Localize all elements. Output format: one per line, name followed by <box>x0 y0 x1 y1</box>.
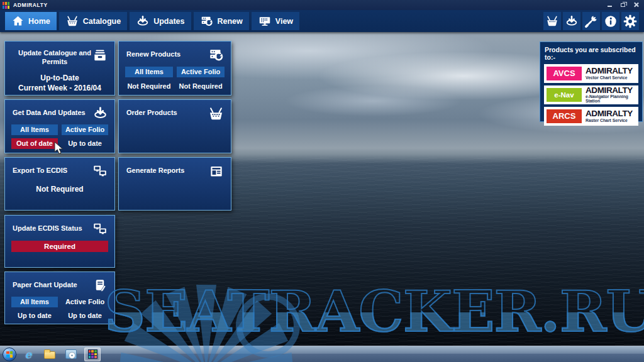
tile-get-data-updates[interactable]: Get Data And Updates All Items Active Fo… <box>4 99 115 153</box>
renew-icon <box>208 47 225 63</box>
report-icon <box>208 163 225 180</box>
avcs-badge: AVCS <box>547 67 582 80</box>
ecdis-monitors-icon <box>92 221 108 238</box>
application-window: ADMIRALTY Home Catalogue <box>0 0 644 362</box>
up-to-date-status: Up to date <box>11 310 58 321</box>
tile-title: Update Catalogue and Permits <box>15 48 94 67</box>
service-name: e-Navigator Planning Station <box>586 95 636 104</box>
title-bar: ADMIRALTY <box>0 0 644 10</box>
tile-renew-products[interactable]: Renew Products All Items Active Folio No… <box>118 41 231 96</box>
taskbar-admiralty-app[interactable] <box>84 348 101 361</box>
service-name: Vector Chart Service <box>586 76 633 80</box>
not-required-status: Not Required <box>177 81 225 92</box>
basket-toolbar-button[interactable] <box>543 12 561 30</box>
status-text: Up-to-Date <box>5 74 114 82</box>
minimize-icon <box>608 6 612 7</box>
nav-tab-renew[interactable]: Renew <box>194 12 249 30</box>
download-icon <box>565 14 579 28</box>
internet-explorer-icon: e <box>25 348 32 361</box>
archive-icon <box>92 47 108 63</box>
not-required-status: Not Required <box>125 81 173 92</box>
settings-toolbar-button[interactable] <box>621 12 639 30</box>
basket-icon <box>65 14 79 28</box>
restore-icon <box>621 3 625 7</box>
nav-tab-updates[interactable]: Updates <box>130 12 191 30</box>
monitor-icon <box>258 14 272 28</box>
out-of-date-button[interactable]: Out of date <box>11 138 58 149</box>
up-to-date-status: Up to date <box>62 310 108 321</box>
taskbar-media-app[interactable] <box>63 348 79 361</box>
tile-export-ecdis[interactable]: Export To ECDIS Not Required <box>4 157 115 211</box>
nav-tab-catalogue[interactable]: Catalogue <box>59 12 127 30</box>
minimize-button[interactable] <box>605 1 614 8</box>
home-icon <box>11 14 25 28</box>
download-toolbar-button[interactable] <box>563 12 580 30</box>
app-logo-icon <box>3 2 9 9</box>
main-toolbar: Home Catalogue Updates <box>0 10 644 32</box>
tile-update-ecdis-status[interactable]: Update ECDIS Status Required <box>4 215 115 268</box>
info-icon <box>604 14 618 28</box>
subscriptions-panel: Products you are subscribed to:- AVCS AD… <box>540 41 643 122</box>
tile-update-catalogue[interactable]: Update Catalogue and Permits Up-to-Date … <box>4 41 115 96</box>
taskbar-file-explorer[interactable] <box>42 348 58 361</box>
arcs-badge: ARCS <box>547 109 582 123</box>
tools-toolbar-button[interactable] <box>582 12 600 30</box>
admiralty-app-icon <box>88 349 97 359</box>
renew-icon <box>200 14 214 28</box>
restore-button[interactable] <box>618 1 627 8</box>
tile-generate-reports[interactable]: Generate Reports <box>118 157 231 211</box>
status-text: Not Required <box>5 185 114 194</box>
close-icon <box>633 2 639 8</box>
tile-order-products[interactable]: Order Products <box>118 99 231 153</box>
nav-tab-label: Renew <box>218 17 243 26</box>
ecdis-monitors-icon <box>92 163 108 180</box>
brand-name: ADMIRALTY <box>586 67 633 75</box>
paper-pen-icon <box>92 278 108 293</box>
all-items-button[interactable]: All Items <box>11 124 58 135</box>
required-button[interactable]: Required <box>11 241 108 252</box>
all-items-button[interactable]: All Items <box>125 67 173 77</box>
tools-icon <box>584 14 598 28</box>
window-title: ADMIRALTY <box>13 2 48 8</box>
nav-tab-label: Catalogue <box>83 17 121 26</box>
taskbar-internet-explorer[interactable]: e <box>20 348 36 361</box>
nav-tab-home[interactable]: Home <box>5 12 57 30</box>
subscription-item-enav: e-Nav ADMIRALTY e-Navigator Planning Sta… <box>544 85 638 104</box>
status-detail: Current Week - 2016/04 <box>5 84 114 92</box>
tile-paper-chart-update[interactable]: Paper Chart Update All Items Active Foli… <box>4 272 115 324</box>
nav-tab-label: View <box>275 17 293 26</box>
enav-badge: e-Nav <box>547 88 582 102</box>
subscriptions-header: Products you are subscribed to:- <box>545 46 638 61</box>
download-icon <box>136 14 150 28</box>
active-folio-button[interactable]: Active Folio <box>62 297 108 307</box>
service-name: Raster Chart Service <box>586 119 633 123</box>
windows-logo-icon <box>6 351 13 358</box>
brand-name: ADMIRALTY <box>586 86 636 95</box>
nav-tab-label: Updates <box>153 17 184 26</box>
subscription-item-arcs: ARCS ADMIRALTY Raster Chart Service <box>544 107 638 126</box>
active-folio-button[interactable]: Active Folio <box>62 124 108 135</box>
subscription-item-avcs: AVCS ADMIRALTY Vector Chart Service <box>544 64 638 83</box>
all-items-button[interactable]: All Items <box>11 297 58 307</box>
gear-icon <box>623 14 638 29</box>
folder-icon <box>44 351 55 359</box>
start-button[interactable] <box>3 348 16 361</box>
download-icon <box>92 106 108 121</box>
basket-icon <box>208 106 225 123</box>
basket-icon <box>545 14 559 28</box>
nav-tab-label: Home <box>28 17 50 26</box>
windows-taskbar: e <box>0 346 644 362</box>
active-folio-button[interactable]: Active Folio <box>177 67 225 77</box>
brand-name: ADMIRALTY <box>586 109 633 118</box>
close-button[interactable] <box>631 1 640 8</box>
media-disc-icon <box>65 349 77 359</box>
up-to-date-status: Up to date <box>62 138 108 149</box>
info-toolbar-button[interactable] <box>602 12 619 30</box>
nav-tab-view[interactable]: View <box>252 12 299 30</box>
